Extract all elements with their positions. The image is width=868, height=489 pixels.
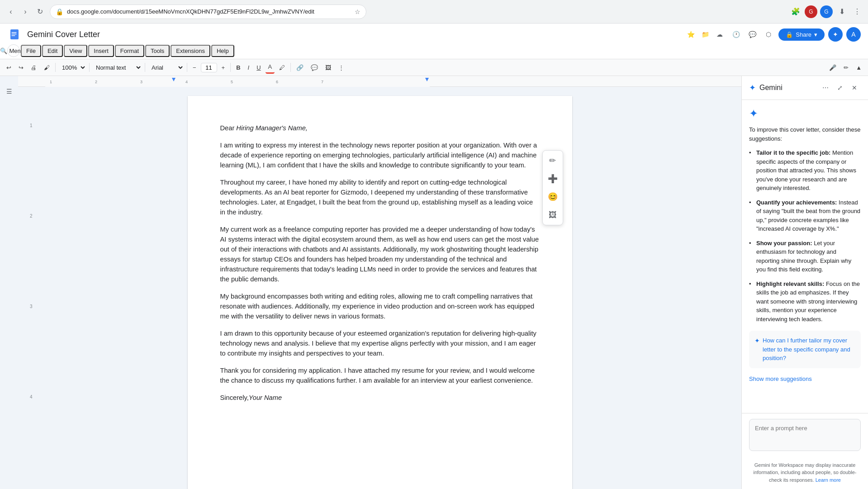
page-num-3: 3 [30,304,33,309]
separator-3 [145,63,145,72]
undo-button[interactable]: ↩ [4,61,14,74]
doc-scroll-area[interactable]: 1 2 3 4 Dear Hiring Manager's Name, [18,87,741,489]
image-button[interactable]: 🖼 [323,61,334,74]
menu-edit[interactable]: Edit [42,45,63,57]
browser-actions: 🧩 G G ⬇ ⋮ [789,5,863,18]
svg-text:6: 6 [276,80,278,84]
doc-title[interactable]: Gemini Cover Letter [27,30,681,39]
cloud-save-button[interactable]: ☁ [713,28,726,41]
menu-view[interactable]: View [64,45,87,57]
doc-page[interactable]: Dear Hiring Manager's Name, I am writing… [188,96,572,489]
float-pencil-button[interactable]: ✏ [545,152,561,169]
font-size-increase[interactable]: + [219,61,228,74]
menu-button[interactable]: ⋮ [851,5,863,18]
gemini-button[interactable]: ✦ [828,27,843,42]
nav-buttons: ‹ › ↻ [5,5,46,18]
link-button[interactable]: 🔗 [294,61,306,74]
highlight-button[interactable]: 🖊 [276,61,288,74]
menu-help[interactable]: Help [211,45,234,57]
menu-insert[interactable]: Insert [88,45,114,57]
star-doc-button[interactable]: ⭐ [684,28,697,41]
followup-star-icon: ✦ [754,337,760,344]
learn-more-link[interactable]: Learn more [816,477,841,483]
gemini-panel: ✦ Gemini ⋯ ⤢ ✕ ✦ To improve this cover l… [741,76,868,489]
font-size-input[interactable] [201,63,217,72]
svg-text:1: 1 [50,80,52,84]
menu-tools[interactable]: Tools [145,45,170,57]
forward-button[interactable]: › [19,5,32,18]
font-size-decrease[interactable]: − [190,61,199,74]
present-button[interactable]: ⬡ [762,28,775,41]
svg-rect-3 [12,35,15,36]
svg-rect-4 [45,76,430,87]
svg-text:5: 5 [231,80,233,84]
doc-closing: Sincerely,Your Name [220,393,540,403]
gemini-header: ✦ Gemini ⋯ ⤢ ✕ [742,76,868,100]
google-profile-button[interactable]: G [820,5,833,18]
history-button[interactable]: 🕐 [730,28,742,41]
disclaimer-text: Gemini for Workspace may display inaccur… [753,462,856,483]
menu-format[interactable]: Format [115,45,144,57]
float-emoji-button[interactable]: 😊 [545,189,561,205]
separator-4 [187,63,187,72]
comment-button[interactable]: 💬 [308,61,321,74]
doc-paragraph-5: I am drawn to this opportunity because o… [220,328,540,358]
ruler-svg: 1 2 3 4 5 6 7 [45,76,430,87]
outline-icon[interactable]: ☰ [3,85,15,98]
font-select[interactable]: Arial [148,63,184,72]
gemini-followup-question[interactable]: ✦ How can I further tailor my cover lett… [749,331,861,368]
voice-input-button[interactable]: 🎤 [826,61,839,74]
back-button[interactable]: ‹ [5,5,17,18]
search-icon: 🔍 [0,47,7,54]
doc-page-container: 1 2 3 4 Dear Hiring Manager's Name, [18,87,741,489]
suggestion-2: Quantify your achievements: Instead of s… [749,198,861,233]
style-select[interactable]: Normal text [92,63,142,72]
menu-bar: 🔍 Menus File Edit View Insert Format Too… [7,43,861,59]
doc-content: Dear Hiring Manager's Name, I am writing… [220,123,540,403]
float-image-button[interactable]: 🖼 [545,207,561,223]
comments-button[interactable]: 💬 [746,28,759,41]
share-button[interactable]: 🔒 Share ▾ [778,28,825,41]
print-button[interactable]: 🖨 [28,61,39,74]
format-options-button[interactable]: ✏ [841,61,851,74]
search-menu-button[interactable]: 🔍 Menus [7,44,20,57]
star-icon[interactable]: ☆ [355,8,360,15]
gemini-prompt-input[interactable] [749,419,861,451]
bold-button[interactable]: B [233,61,243,74]
gemini-more-button[interactable]: ⋯ [819,81,832,94]
float-add-button[interactable]: ➕ [545,171,561,187]
svg-rect-2 [12,34,17,35]
redo-button[interactable]: ↪ [16,61,26,74]
collapse-toolbar-button[interactable]: ▲ [853,61,864,74]
menu-file[interactable]: File [21,45,41,57]
left-sidebar: ☰ [0,76,18,489]
underline-button[interactable]: U [254,61,263,74]
followup-text: How can I further tailor my cover letter… [763,336,855,363]
more-format-button[interactable]: ⋮ [336,61,347,74]
toolbar: Gemini Cover Letter ⭐ 📁 ☁ 🕐 💬 ⬡ 🔒 Share … [0,24,868,59]
italic-button[interactable]: I [245,61,252,74]
doc-salutation: Dear Hiring Manager's Name, [220,123,540,133]
address-bar[interactable]: 🔒 docs.google.com/document/d/15eeMNoVmcn… [50,5,366,19]
gemini-close-button[interactable]: ✕ [848,81,861,94]
gemini-expand-button[interactable]: ⤢ [834,81,846,94]
lock-share-icon: 🔒 [786,31,793,38]
gemini-disclaimer: Gemini for Workspace may display inaccur… [742,458,868,489]
downloads-button[interactable]: ⬇ [835,5,848,18]
zoom-select[interactable]: 100% [58,63,86,72]
menu-extensions[interactable]: Extensions [171,45,210,57]
move-doc-button[interactable]: 📁 [699,28,711,41]
refresh-button[interactable]: ↻ [33,5,46,18]
extensions-button[interactable]: 🧩 [789,5,802,18]
show-more-suggestions[interactable]: Show more suggestions [749,375,861,382]
gemini-title-text: Gemini [759,84,783,92]
text-color-button[interactable]: A [266,61,275,74]
suggestion-3-bold: Show your passion: [756,240,812,247]
main-content: ☰ 1 2 3 4 5 6 7 [0,76,868,489]
profile-button[interactable]: G [805,5,817,18]
format-toolbar: ↩ ↪ 🖨 🖌 100% Normal text Arial − + B I U… [0,59,868,76]
user-avatar[interactable]: A [846,27,861,42]
gemini-large-icon: ✦ [749,107,861,120]
url-text: docs.google.com/document/d/15eeMNoVmcnXQ… [67,8,351,15]
paint-format-button[interactable]: 🖌 [41,61,52,74]
